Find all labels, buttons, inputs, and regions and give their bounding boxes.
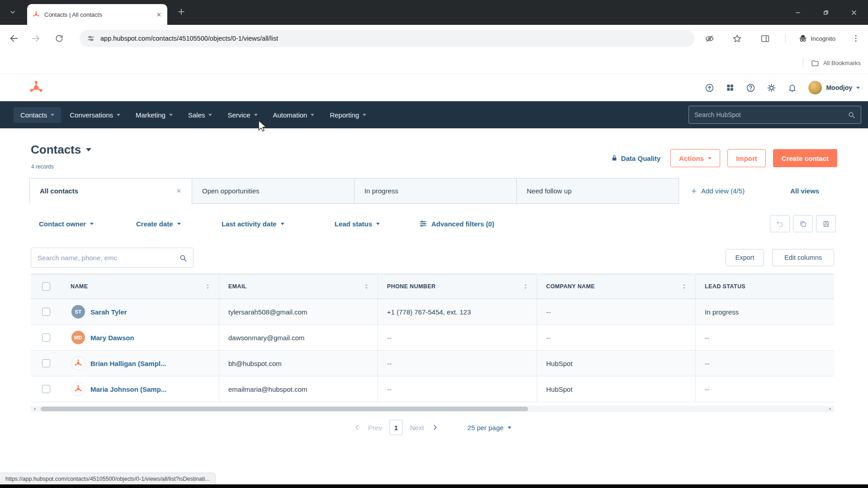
title-caret-icon[interactable]	[86, 148, 91, 151]
row-checkbox[interactable]	[42, 385, 50, 393]
column-header-name[interactable]: NAME	[61, 274, 219, 299]
actions-label: Actions	[679, 155, 704, 162]
nav-item-marketing[interactable]: Marketing	[129, 107, 179, 123]
caret-down-icon	[117, 114, 120, 116]
marketplace-icon[interactable]	[726, 83, 735, 92]
contact-name-link[interactable]: Mary Dawson	[90, 334, 134, 342]
page-title: Contacts	[31, 143, 91, 157]
plus-icon	[691, 188, 697, 194]
row-checkbox[interactable]	[42, 333, 50, 342]
address-bar[interactable]: app.hubspot.com/contacts/45105500/object…	[80, 30, 694, 47]
sort-icon[interactable]	[524, 283, 528, 290]
undo-button[interactable]	[770, 215, 790, 232]
prev-page-chevron[interactable]	[354, 424, 361, 431]
data-quality-link[interactable]: Data Quality	[611, 155, 661, 162]
nav-item-automation[interactable]: Automation	[266, 107, 321, 123]
settings-gear-icon[interactable]	[767, 83, 776, 93]
select-all-checkbox[interactable]	[42, 282, 50, 291]
view-tab-all-contacts[interactable]: All contacts	[29, 178, 192, 204]
column-header-lead-status[interactable]: LEAD STATUS	[695, 274, 834, 299]
forward-button[interactable]	[27, 30, 44, 47]
incognito-label: Incognito	[811, 35, 835, 42]
notifications-bell-icon[interactable]	[788, 83, 797, 93]
column-header-company[interactable]: COMPANY NAME	[537, 274, 695, 299]
search-icon[interactable]	[179, 254, 187, 262]
contact-name-link[interactable]: Sarah Tyler	[90, 308, 127, 316]
header-actions: Data Quality Actions Import Create conta…	[611, 149, 837, 167]
prev-button[interactable]: Prev	[368, 424, 382, 432]
export-button[interactable]: Export	[726, 249, 764, 266]
nav-item-reporting[interactable]: Reporting	[323, 107, 373, 123]
tabstrip-caret-button[interactable]	[6, 6, 19, 19]
scroll-right-button[interactable]	[827, 406, 833, 412]
column-header-phone[interactable]: PHONE NUMBER	[377, 274, 537, 299]
site-info-icon[interactable]	[87, 34, 95, 42]
restore-button[interactable]	[812, 0, 840, 25]
contact-name-link[interactable]: Maria Johnson (Samp...	[90, 385, 166, 393]
edit-columns-button[interactable]: Edit columns	[772, 249, 834, 266]
arrow-up-circle-icon[interactable]	[705, 83, 714, 93]
nav-item-sales[interactable]: Sales	[181, 107, 219, 123]
bookmark-star-button[interactable]	[730, 31, 745, 46]
view-tab-label: Need follow up	[527, 187, 571, 195]
global-search-input[interactable]	[694, 111, 848, 118]
create-contact-button[interactable]: Create contact	[773, 149, 837, 167]
side-panel-button[interactable]	[758, 31, 773, 46]
scroll-left-button[interactable]	[32, 406, 38, 412]
browser-tab[interactable]: Contacts | All contacts	[27, 4, 167, 25]
close-icon	[850, 9, 858, 16]
horizontal-scrollbar[interactable]	[31, 406, 834, 412]
back-button[interactable]	[5, 30, 23, 47]
eye-off-button[interactable]	[702, 31, 717, 46]
contacts-page: Contacts 4 records Data Quality Actions …	[0, 128, 868, 484]
row-checkbox[interactable]	[42, 359, 50, 367]
all-bookmarks-button[interactable]: All Bookmarks	[803, 52, 861, 74]
minimize-button[interactable]	[784, 0, 812, 25]
save-view-button[interactable]	[816, 215, 836, 232]
nav-item-conversations[interactable]: Conversations	[63, 107, 127, 123]
page-number-button[interactable]: 1	[389, 420, 403, 435]
column-header-email[interactable]: EMAIL	[219, 274, 377, 299]
close-view-icon[interactable]	[176, 188, 182, 194]
actions-button[interactable]: Actions	[670, 149, 720, 167]
contact-avatar: MD	[71, 331, 85, 344]
browser-menu-button[interactable]	[848, 31, 863, 46]
next-page-chevron[interactable]	[431, 424, 439, 431]
account-menu[interactable]: Moodjoy	[808, 81, 860, 94]
global-search[interactable]	[689, 106, 861, 124]
reload-button[interactable]	[51, 30, 68, 47]
nav-item-contacts[interactable]: Contacts	[14, 107, 61, 123]
sort-icon[interactable]	[682, 283, 686, 290]
all-views-button[interactable]: All views	[790, 178, 819, 204]
filter-create-date[interactable]: Create date	[136, 212, 181, 235]
hubspot-logo[interactable]	[29, 80, 43, 95]
filter-contact-owner[interactable]: Contact owner	[39, 212, 94, 235]
import-label: Import	[736, 155, 757, 162]
nav-item-service[interactable]: Service	[221, 107, 264, 123]
sort-icon[interactable]	[206, 283, 210, 290]
per-page-select[interactable]: 25 per page	[467, 424, 511, 432]
contact-name-link[interactable]: Brian Halligan (Sampl...	[90, 360, 166, 367]
filter-lead-status[interactable]: Lead status	[335, 212, 380, 235]
view-tab-in-progress[interactable]: In progress	[354, 178, 517, 204]
tab-close-icon[interactable]	[156, 12, 162, 18]
view-tab-open-opportunities[interactable]: Open opportunities	[192, 178, 354, 204]
next-button[interactable]: Next	[410, 424, 424, 432]
filter-last-activity-date[interactable]: Last activity date	[222, 212, 284, 235]
view-tab-label: All contacts	[40, 187, 78, 195]
close-window-button[interactable]	[840, 0, 868, 25]
clone-view-button[interactable]	[793, 215, 813, 232]
new-tab-button[interactable]	[177, 8, 185, 16]
add-view-button[interactable]: Add view (4/5)	[691, 178, 745, 204]
advanced-filters-button[interactable]: Advanced filters (0)	[419, 212, 494, 235]
view-tab-need-follow-up[interactable]: Need follow up	[516, 178, 679, 204]
help-icon[interactable]	[746, 83, 755, 93]
company-cell: --	[537, 299, 695, 324]
view-tab-label: In progress	[364, 187, 398, 195]
scrollbar-thumb[interactable]	[41, 407, 528, 411]
import-button[interactable]: Import	[727, 149, 766, 167]
sort-icon[interactable]	[364, 283, 368, 290]
contacts-search-input[interactable]	[31, 248, 193, 267]
row-checkbox[interactable]	[42, 308, 50, 316]
page-title-text: Contacts	[31, 143, 81, 157]
